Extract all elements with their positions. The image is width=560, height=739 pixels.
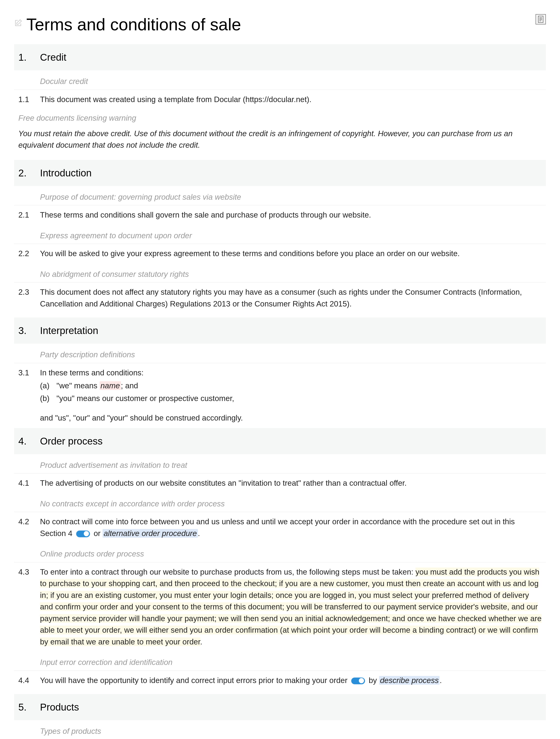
sub-label: (b) (40, 393, 56, 404)
sub-text-pre: "we" means (56, 381, 100, 390)
note-row: No contracts except in accordance with o… (14, 493, 546, 512)
note-row: Purpose of document: governing product s… (14, 186, 546, 205)
clause-row: 2.1 These terms and conditions shall gov… (14, 205, 546, 225)
title-wrap: Terms and conditions of sale (14, 12, 241, 37)
clause-row: 4.2 No contract will come into force bet… (14, 512, 546, 543)
placeholder-describe-process[interactable]: describe process (379, 676, 439, 685)
placeholder-alt-procedure[interactable]: alternative order procedure (103, 529, 198, 538)
section-title: Interpretation (40, 323, 98, 338)
clause-text-pre: To enter into a contract through our web… (40, 568, 416, 576)
edit-icon[interactable] (14, 19, 22, 30)
note-row: Types of products (14, 720, 546, 739)
clause-row: 1.1 This document was created using a te… (14, 90, 546, 109)
warning-body: You must retain the above credit. Use of… (14, 125, 546, 156)
section-header-introduction: 2. Introduction (14, 160, 546, 186)
section-number: 4. (18, 434, 40, 449)
section-header-interpretation: 3. Interpretation (14, 317, 546, 344)
clause-body: These terms and conditions shall govern … (40, 209, 542, 221)
section-title: Credit (40, 50, 66, 65)
section-title: Order process (40, 434, 103, 449)
highlighted-steps: you must add the products you wish to pu… (40, 568, 542, 646)
page-title: Terms and conditions of sale (26, 12, 241, 37)
note-text: Docular credit (40, 76, 88, 87)
clause-body: To enter into a contract through our web… (40, 566, 542, 648)
clause-number: 4.3 (18, 566, 40, 648)
clause-text-mid: or (94, 529, 103, 538)
note-text: No abridgment of consumer statutory righ… (40, 268, 189, 280)
clause-number: 2.3 (18, 286, 40, 309)
sub-item-a: (a) "we" means name; and (40, 380, 542, 392)
header-row: Terms and conditions of sale (14, 12, 546, 37)
clause-number: 4.4 (18, 675, 40, 686)
note-text: Online products order process (40, 548, 144, 560)
note-row: No abridgment of consumer statutory righ… (14, 263, 546, 283)
clause-row: 4.1 The advertising of products on our w… (14, 473, 546, 493)
section-header-order-process: 4. Order process (14, 428, 546, 454)
note-text: Express agreement to document upon order (40, 230, 192, 242)
note-text: Purpose of document: governing product s… (40, 191, 241, 203)
clause-row: 4.3 To enter into a contract through our… (14, 562, 546, 651)
note-text: No contracts except in accordance with o… (40, 498, 225, 510)
placeholder-name[interactable]: name (100, 381, 121, 390)
clause-body: You will be asked to give your express a… (40, 248, 542, 260)
section-title: Introduction (40, 166, 92, 180)
clause-body: This document does not affect any statut… (40, 286, 542, 309)
note-text: Product advertisement as invitation to t… (40, 459, 187, 471)
note-row: Online products order process (14, 543, 546, 562)
note-row: Party description definitions (14, 344, 546, 363)
section-number: 1. (18, 50, 40, 65)
clause-number: 1.1 (18, 94, 40, 105)
clause-intro: In these terms and conditions: (40, 368, 144, 377)
note-text: Input error correction and identificatio… (40, 656, 172, 668)
section-number: 5. (18, 700, 40, 715)
clause-row: 2.3 This document does not affect any st… (14, 283, 546, 313)
clause-number: 4.1 (18, 477, 40, 489)
clause-body: The advertising of products on our websi… (40, 477, 542, 489)
clause-text-pre: You will have the opportunity to identif… (40, 676, 347, 685)
section-header-credit: 1. Credit (14, 44, 546, 70)
clause-number: 3.1 (18, 367, 40, 405)
section-number: 3. (18, 323, 40, 338)
clause-body: This document was created using a templa… (40, 94, 542, 105)
clause-number: 2.2 (18, 248, 40, 260)
clause-row: 3.1 In these terms and conditions: (a) "… (14, 363, 546, 409)
clause-row: 2.2 You will be asked to give your expre… (14, 244, 546, 263)
note-text: Types of products (40, 725, 101, 737)
clause-body: In these terms and conditions: (a) "we" … (40, 367, 542, 405)
clause-text-post: . (439, 676, 442, 685)
clause-number: 4.2 (18, 516, 40, 539)
clause-row: 4.4 You will have the opportunity to ide… (14, 671, 546, 690)
section-title: Products (40, 700, 79, 715)
section-header-products: 5. Products (14, 694, 546, 720)
sub-label: (a) (40, 380, 56, 392)
clause-number: 2.1 (18, 209, 40, 221)
clause-text-post: . (198, 529, 200, 538)
clause-body: No contract will come into force between… (40, 516, 542, 539)
toggle-switch[interactable] (76, 531, 90, 538)
section-number: 2. (18, 166, 40, 180)
clause-tail: and "us", "our" and "your" should be con… (14, 409, 546, 424)
sub-text-post: ; and (121, 381, 138, 390)
clause-text-post: . (200, 637, 202, 646)
note-row: Product advertisement as invitation to t… (14, 454, 546, 474)
note-row: Docular credit (14, 70, 546, 90)
note-row: Express agreement to document upon order (14, 225, 546, 244)
clause-body: You will have the opportunity to identif… (40, 675, 542, 686)
svg-rect-0 (538, 16, 543, 22)
note-text: Party description definitions (40, 349, 135, 360)
clause-text-mid: by (369, 676, 379, 685)
note-row: Input error correction and identificatio… (14, 651, 546, 671)
document-icon[interactable] (536, 14, 546, 24)
toggle-switch[interactable] (351, 678, 365, 685)
sub-text: "you" means our customer or prospective … (56, 393, 234, 404)
warning-title: Free documents licensing warning (14, 109, 546, 125)
sub-item-b: (b) "you" means our customer or prospect… (40, 393, 542, 404)
